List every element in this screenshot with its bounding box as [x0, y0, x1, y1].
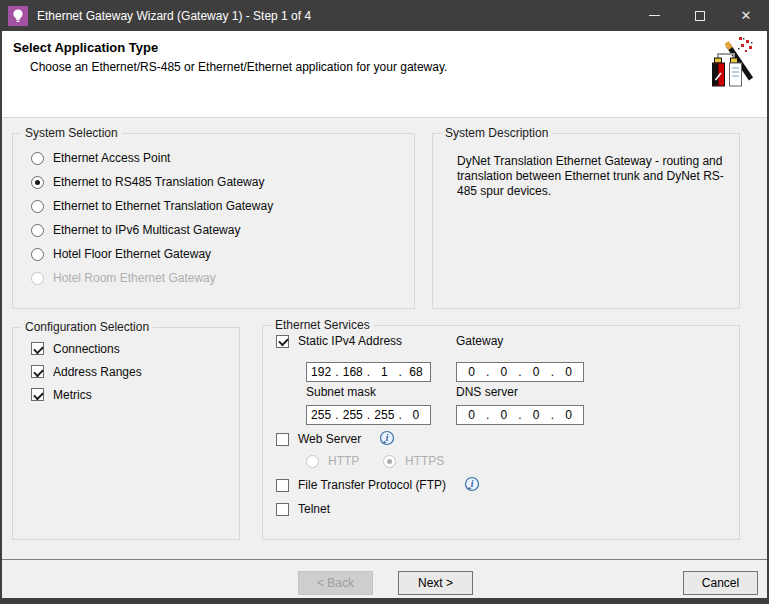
radio-hotel-floor[interactable]: Hotel Floor Ethernet Gateway: [13, 242, 414, 266]
window-title: Ethernet Gateway Wizard (Gateway 1) - St…: [37, 9, 311, 23]
back-button: < Back: [298, 571, 373, 595]
radio-icon[interactable]: [31, 200, 44, 213]
close-button[interactable]: ✕: [723, 0, 769, 31]
titlebar: Ethernet Gateway Wizard (Gateway 1) - St…: [0, 0, 769, 31]
checkbox-icon[interactable]: [276, 503, 289, 516]
wizard-window: Ethernet Gateway Wizard (Gateway 1) - St…: [0, 0, 769, 604]
radio-ethernet-to-rs485[interactable]: Ethernet to RS485 Translation Gateway: [13, 170, 414, 194]
checkbox-web-server[interactable]: Web Server i: [276, 427, 396, 451]
info-icon[interactable]: i: [378, 430, 396, 448]
minimize-icon: [649, 15, 660, 16]
checkbox-icon[interactable]: [31, 365, 44, 378]
ipv4-address-input[interactable]: 192. 168. 1. 68: [306, 362, 431, 382]
group-label: System Description: [441, 126, 552, 140]
checkbox-icon[interactable]: [276, 335, 289, 348]
info-icon[interactable]: i: [463, 476, 481, 494]
page-title: Select Application Type: [13, 40, 158, 55]
group-system-description: System Description DyNet Translation Eth…: [432, 133, 740, 309]
maximize-button[interactable]: [677, 0, 723, 31]
wizard-body: System Selection Ethernet Access Point E…: [2, 119, 767, 559]
gateway-input[interactable]: 0. 0. 0. 0: [456, 362, 584, 382]
page-description: Choose an Ethernet/RS-485 or Ethernet/Et…: [30, 60, 447, 74]
radio-icon[interactable]: [31, 176, 44, 189]
magic-wand-devices-icon: [710, 36, 754, 92]
checkbox-telnet[interactable]: Telnet: [276, 497, 330, 521]
radio-ethernet-to-ethernet[interactable]: Ethernet to Ethernet Translation Gateway: [13, 194, 414, 218]
button-bar: < Back Next > Cancel: [2, 559, 767, 598]
system-description-text: DyNet Translation Ethernet Gateway - rou…: [457, 154, 735, 199]
dns-server-input[interactable]: 0. 0. 0. 0: [456, 405, 584, 425]
group-label: System Selection: [21, 126, 122, 140]
dns-server-label: DNS server: [456, 385, 518, 399]
group-ethernet-services: Ethernet Services Static IPv4 Address Ga…: [262, 325, 740, 540]
caption-buttons: ✕: [631, 0, 769, 31]
minimize-button[interactable]: [631, 0, 677, 31]
radio-http: HTTP: [306, 449, 359, 473]
checkbox-metrics[interactable]: Metrics: [13, 383, 239, 406]
radio-https: HTTPS: [383, 449, 444, 473]
radio-ethernet-to-ipv6[interactable]: Ethernet to IPv6 Multicast Gateway: [13, 218, 414, 242]
checkbox-icon[interactable]: [31, 388, 44, 401]
wizard-header: Select Application Type Choose an Ethern…: [2, 31, 767, 118]
svg-text:i: i: [471, 479, 474, 489]
maximize-icon: [695, 11, 705, 21]
subnet-mask-input[interactable]: 255. 255. 255. 0: [306, 405, 431, 425]
radio-hotel-room: Hotel Room Ethernet Gateway: [13, 266, 414, 290]
checkbox-ftp[interactable]: File Transfer Protocol (FTP) i: [276, 473, 481, 497]
checkbox-address-ranges[interactable]: Address Ranges: [13, 360, 239, 383]
checkbox-static-ipv4[interactable]: Static IPv4 Address: [276, 329, 402, 353]
cancel-button[interactable]: Cancel: [683, 571, 758, 595]
checkbox-connections[interactable]: Connections: [13, 337, 239, 360]
group-configuration-selection: Configuration Selection Connections Addr…: [12, 327, 240, 540]
app-lightbulb-icon: [8, 6, 28, 26]
radio-icon[interactable]: [31, 152, 44, 165]
checkbox-icon[interactable]: [31, 342, 44, 355]
radio-ethernet-access-point[interactable]: Ethernet Access Point: [13, 146, 414, 170]
svg-text:i: i: [386, 433, 389, 443]
close-icon: ✕: [741, 9, 752, 22]
radio-icon[interactable]: [31, 248, 44, 261]
subnet-mask-label: Subnet mask: [306, 385, 376, 399]
radio-icon: [306, 455, 319, 468]
next-button[interactable]: Next >: [398, 571, 473, 595]
radio-icon: [31, 272, 44, 285]
dialog-client-area: Select Application Type Choose an Ethern…: [2, 31, 767, 598]
checkbox-icon[interactable]: [276, 433, 289, 446]
group-label: Configuration Selection: [21, 320, 153, 334]
group-system-selection: System Selection Ethernet Access Point E…: [12, 133, 415, 309]
checkbox-icon[interactable]: [276, 479, 289, 492]
gateway-label: Gateway: [456, 334, 503, 348]
radio-icon[interactable]: [31, 224, 44, 237]
radio-icon: [383, 455, 396, 468]
